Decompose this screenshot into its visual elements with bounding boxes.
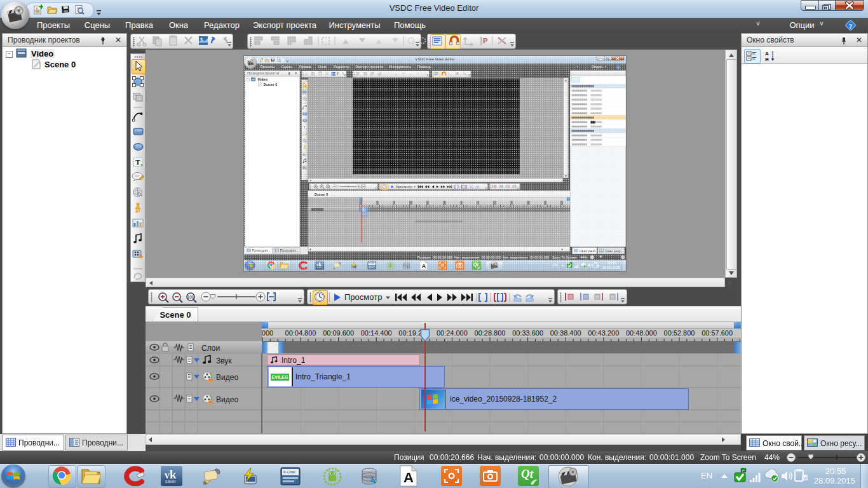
svg-text:A: A <box>403 470 414 485</box>
svg-text:K-LINK: K-LINK <box>283 470 295 474</box>
